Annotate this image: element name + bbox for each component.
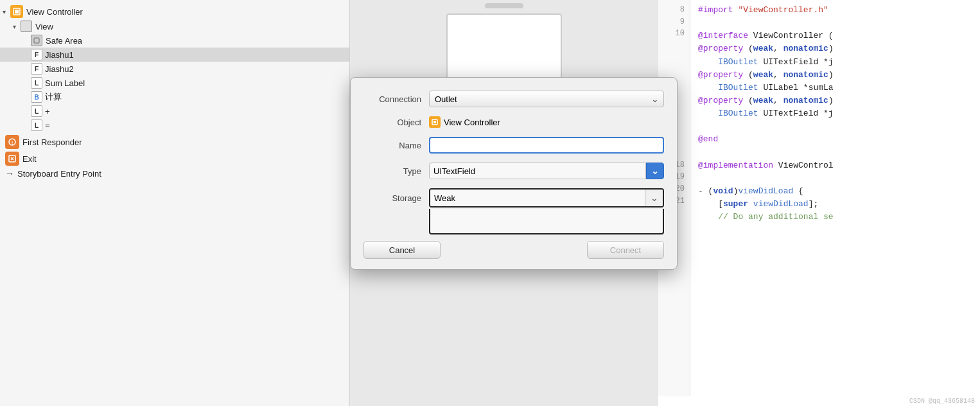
file-tree-panel: ▾ View Controller ▾ View Safe Area F Jia… [0,0,350,406]
plus-label: + [45,107,50,116]
object-vc-icon [429,116,441,128]
code-line-21: // Do any additional se [698,211,972,224]
device-notch [485,3,523,8]
svg-rect-9 [433,121,436,123]
code-line-18 [698,172,972,185]
jiashu2-label: Jiashu2 [45,64,74,74]
super-close: ]; [809,199,819,209]
jiashu1-label: Jiashu1 [45,50,74,60]
end-keyword: @end [698,134,718,144]
tree-item-calc[interactable]: B 计算 [0,90,349,104]
connection-row: Connection Outlet [363,91,664,107]
jiashu1-icon: F [31,49,42,60]
canvas-panel: ◉ Connection Outlet Object Vi [350,0,658,406]
tree-item-view[interactable]: ▾ View [0,19,349,33]
close-paren-2: ) [828,70,834,80]
code-content: #import "ViewController.h" @interface Vi… [690,0,980,396]
storage-dropdown-icon[interactable]: ⌄ [645,190,663,206]
line-num-12 [658,51,685,64]
interface-name: ViewController ( [753,31,834,40]
uitextfield-2: UITextField *j [763,109,833,118]
svg-rect-1 [15,10,19,13]
view-icon [21,21,32,32]
property-params-1: ( [748,44,753,53]
tree-item-equals[interactable]: L = [0,118,349,132]
line-num-8: 8 [658,4,685,16]
type-input[interactable] [429,163,646,179]
code-line-16: IBOutlet UITextField *j [698,107,972,120]
close-paren-1: ) [828,44,834,53]
uitextfield-1: UITextField *j [763,57,833,67]
code-line-blank [698,120,972,133]
nonatomic-2: nonatomic [783,70,828,80]
connection-select-wrapper[interactable]: Outlet [429,91,664,107]
code-line-9 [698,17,972,30]
connect-button[interactable]: Connect [587,241,664,259]
sumlabel-icon: L [31,77,42,89]
type-dropdown-button[interactable]: ⌄ [646,163,664,179]
property-keyword-2: @property [698,70,748,80]
minus-sign: - ( [698,186,713,196]
vdl-super: viewDidLoad [753,199,809,209]
vc-icon [10,5,23,18]
interface-keyword: @interface [698,31,753,40]
tree-item-jiashu1[interactable]: F Jiashu1 [0,48,349,62]
type-label: Type [363,166,421,176]
indent-2 [698,83,718,93]
storage-select-wrapper[interactable]: Weak ⌄ [429,188,664,207]
close-paren-3: ) [828,96,834,105]
storage-row: Storage Weak ⌄ [363,188,664,207]
code-line-15: @property (weak, nonatomic) [698,94,972,107]
type-dropdown-icon: ⌄ [651,166,659,176]
line-num-11 [658,40,685,52]
iboutlet-3: IBOutlet [718,109,763,118]
code-line-12: IBOutlet UITextField *j [698,56,972,69]
chevron-view: ▾ [13,23,21,30]
tree-item-safearea[interactable]: Safe Area [0,33,349,48]
import-keyword: #import [698,5,738,15]
line-num-13 [658,64,685,76]
iboutlet-2: IBOutlet [718,83,763,93]
svg-rect-2 [34,38,39,43]
property-params-3: ( [748,96,753,105]
firstresponder-icon: ! [5,135,19,149]
cancel-button[interactable]: Cancel [363,241,441,259]
safearea-icon [31,35,42,46]
object-value-container: View Controller [429,116,500,128]
storyboard-arrow-icon: → [5,168,14,179]
uilabel-1: UILabel *sumLa [763,83,833,93]
tree-item-jiashu2[interactable]: F Jiashu2 [0,62,349,76]
tree-item-plus[interactable]: L + [0,104,349,118]
storage-select[interactable]: Weak [430,190,645,206]
line-num-10: 10 [658,28,685,40]
tree-item-storyboard[interactable]: → Storyboard Entry Point [0,167,349,180]
super-keyword: super [723,199,753,209]
nonatomic-3: nonatomic [783,96,828,105]
comment-indent [698,212,718,222]
weak-3: weak [753,96,773,105]
chevron-vc: ▾ [3,8,10,15]
name-input[interactable] [429,137,664,154]
tree-item-exit[interactable]: Exit [0,150,349,167]
calc-icon: B [31,91,42,103]
vc-label: View Controller [26,7,83,17]
void-keyword: void [713,186,733,196]
code-line-8: #import "ViewController.h" [698,4,972,17]
vdl-method: viewDidLoad [738,186,793,196]
tree-item-vc[interactable]: ▾ View Controller [0,4,349,19]
implementation-keyword: @implementation [698,161,778,170]
connection-select[interactable]: Outlet [429,91,664,107]
super-indent: [ [698,199,723,209]
object-row: Object View Controller [363,116,664,128]
tree-item-sumlabel[interactable]: L Sum Label [0,76,349,90]
weak-1: weak [753,44,773,53]
storage-expanded-area [429,209,664,234]
watermark: CSDN @qq_43658148 [658,396,980,406]
type-input-group: ⌄ [429,163,664,179]
safearea-label: Safe Area [46,36,82,46]
jiashu2-icon: F [31,63,42,75]
code-line-impl: @implementation ViewControl [698,159,972,172]
code-line-13: @property (weak, nonatomic) [698,69,972,82]
comma-1: , [773,44,783,53]
tree-item-firstresponder[interactable]: ! First Responder [0,134,349,150]
